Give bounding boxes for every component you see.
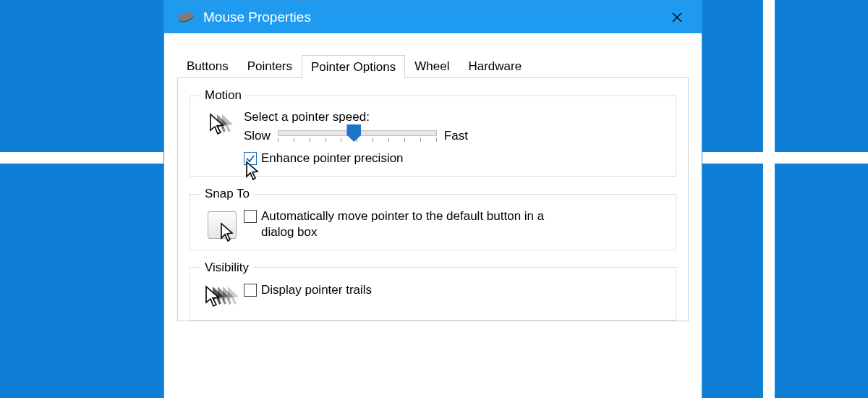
mouse-properties-window: Mouse Properties Buttons Pointers Pointe…	[163, 0, 702, 398]
group-motion: Motion Select a pointer speed: Slow	[190, 88, 676, 177]
tab-panel: Motion Select a pointer speed: Slow	[177, 78, 689, 321]
check-icon	[245, 153, 255, 164]
group-visibility: Visibility Disp	[190, 261, 676, 321]
tab-strip: Buttons Pointers Pointer Options Wheel H…	[177, 54, 689, 78]
pointer-trails-checkbox[interactable]	[244, 284, 257, 297]
tab-label: Pointer Options	[311, 60, 396, 74]
pointer-speed-slider[interactable]	[278, 130, 437, 142]
tab-label: Hardware	[468, 59, 522, 73]
group-snap-legend: Snap To	[200, 187, 254, 201]
enhance-precision-label: Enhance pointer precision	[261, 151, 404, 166]
group-snap-to: Snap To Automatically move pointer to th…	[190, 187, 676, 250]
fast-label: Fast	[444, 129, 468, 143]
tab-pointer-options[interactable]: Pointer Options	[302, 55, 405, 78]
close-icon	[671, 12, 683, 23]
pointer-speed-label: Select a pointer speed:	[244, 110, 665, 124]
pointer-speed-icon	[206, 113, 238, 137]
tab-buttons[interactable]: Buttons	[177, 54, 238, 77]
mouse-icon	[176, 10, 196, 25]
tab-label: Wheel	[414, 59, 449, 73]
group-motion-legend: Motion	[200, 88, 246, 103]
tab-hardware[interactable]: Hardware	[459, 54, 531, 77]
tab-wheel[interactable]: Wheel	[405, 54, 459, 77]
pointer-trails-icon	[203, 285, 241, 310]
group-visibility-legend: Visibility	[200, 261, 253, 275]
snap-to-label: Automatically move pointer to the defaul…	[261, 208, 579, 240]
enhance-precision-checkbox[interactable]	[244, 152, 257, 165]
window-title: Mouse Properties	[203, 9, 311, 25]
close-button[interactable]	[660, 1, 694, 33]
snap-to-checkbox[interactable]	[244, 210, 257, 223]
tab-label: Buttons	[187, 59, 229, 73]
pointer-trails-label: Display pointer trails	[261, 282, 372, 297]
snap-to-icon	[208, 211, 237, 239]
tab-pointers[interactable]: Pointers	[238, 54, 302, 77]
titlebar[interactable]: Mouse Properties	[164, 1, 702, 33]
slow-label: Slow	[244, 129, 271, 143]
tab-label: Pointers	[247, 59, 292, 73]
